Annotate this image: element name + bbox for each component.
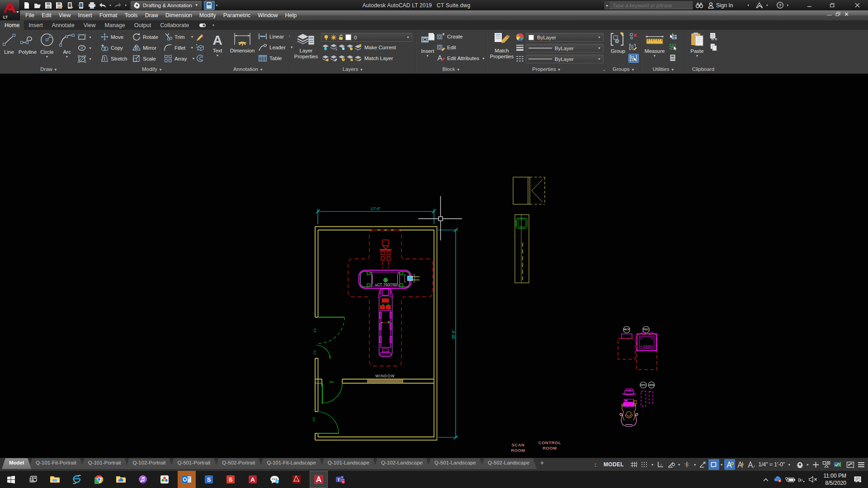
- ribbon-tab-collaborate[interactable]: Collaborate: [156, 20, 193, 30]
- panel-label-modify[interactable]: Modify ▼: [98, 66, 206, 72]
- layout-tab-q-502-landscape[interactable]: Q-502-Landscape: [481, 458, 537, 469]
- layer-unlock-all-tool[interactable]: [346, 55, 354, 61]
- menu-file[interactable]: File: [22, 11, 38, 20]
- maximize-button[interactable]: [825, 0, 839, 10]
- redo-dropdown[interactable]: ▾: [123, 0, 128, 10]
- create-block-tool[interactable]: Create: [437, 33, 463, 40]
- volume-muted-tray-icon[interactable]: [809, 476, 817, 483]
- sign-in[interactable]: Sign In: [707, 2, 734, 9]
- ortho-toggle[interactable]: [655, 459, 666, 470]
- autocad-lt-button[interactable]: [307, 471, 330, 488]
- layer-off-tool[interactable]: [346, 44, 354, 51]
- ribbon-minimize-caret[interactable]: ▾: [211, 23, 216, 27]
- ribbon-tab-view[interactable]: View: [79, 20, 100, 30]
- chat-button[interactable]: [264, 471, 286, 488]
- panel-label-block[interactable]: Block ▼: [416, 66, 486, 72]
- osnap-caret[interactable]: ▼: [719, 463, 724, 466]
- ribbon-tab-insert[interactable]: Insert: [24, 20, 47, 30]
- customization-menu-button[interactable]: [856, 459, 867, 470]
- polar-toggle[interactable]: [666, 459, 677, 470]
- group-tool[interactable]: Group: [608, 32, 628, 54]
- autodesk-app-caret[interactable]: ▾: [765, 4, 769, 7]
- new-layout-tab-button[interactable]: +: [534, 458, 546, 466]
- line-tool[interactable]: Line: [1, 33, 17, 55]
- status-overflow-icon[interactable]: ⌄⌄: [594, 462, 597, 467]
- layer-prev-tool[interactable]: [338, 55, 345, 61]
- help-icon[interactable]: ?: [774, 0, 785, 10]
- close-button[interactable]: [850, 0, 864, 10]
- search-expand-icon[interactable]: ▸: [604, 1, 610, 9]
- layer-walk-tool[interactable]: [322, 55, 329, 61]
- workspace-switcher[interactable]: Drafting & Annotation ▼: [131, 1, 202, 9]
- calculator-tool[interactable]: [669, 54, 676, 61]
- hatch-tool[interactable]: ▼: [78, 55, 92, 63]
- layout-tab-q-101-landscape[interactable]: Q-101-Landscape: [321, 458, 377, 469]
- ribbon-minimize-icon[interactable]: [199, 23, 209, 28]
- edit-block-tool[interactable]: Edit: [437, 44, 456, 51]
- isodraft-toggle[interactable]: [682, 459, 693, 470]
- wifi-tray-icon[interactable]: [798, 476, 806, 483]
- file-explorer-button[interactable]: [44, 471, 66, 488]
- layout-tab-q-501-portrait[interactable]: Q-501-Portrait: [170, 458, 217, 469]
- panel-label-groups[interactable]: Groups ▼: [607, 66, 641, 72]
- notification-center-icon[interactable]: [854, 476, 862, 483]
- ellipse-tool[interactable]: ▼: [78, 44, 92, 52]
- sign-in-caret[interactable]: ▾: [746, 4, 750, 7]
- menu-dimension[interactable]: Dimension: [162, 11, 196, 20]
- otrack-toggle[interactable]: [698, 459, 708, 470]
- array-tool[interactable]: Array▼: [164, 55, 195, 62]
- snagit-button[interactable]: S: [220, 471, 242, 488]
- panel-label-draw[interactable]: Draw ▼: [0, 66, 98, 72]
- workspace-gear-button[interactable]: [794, 459, 805, 470]
- layout-tab-q-101-fit-landscape[interactable]: Q-101-Fit-Landscape: [259, 458, 323, 469]
- layout-tab-q-101-fit-portrait[interactable]: Q-101-Fit-Portrait: [28, 458, 83, 469]
- match-properties-tool[interactable]: Match Properties: [488, 32, 515, 60]
- group-edit-tool[interactable]: [629, 43, 637, 51]
- search-input[interactable]: [610, 1, 693, 9]
- layer-freeze-tool[interactable]: [330, 44, 337, 51]
- panel-label-clipboard[interactable]: Clipboard: [686, 66, 720, 72]
- arc-tool[interactable]: Arc▼: [58, 33, 76, 59]
- offset-tool[interactable]: [196, 55, 204, 62]
- open-file-button[interactable]: [32, 0, 43, 10]
- lineweight-dropdown[interactable]: ByLayer ▼: [526, 44, 604, 52]
- panel-label-utilities[interactable]: Utilities ▼: [641, 66, 686, 72]
- taskbar-clock[interactable]: 11:00 PM8/5/2020: [822, 472, 846, 487]
- layer-properties-tool[interactable]: Layer Properties: [292, 32, 320, 60]
- menu-format[interactable]: Format: [96, 11, 121, 20]
- properties-dialog-launcher[interactable]: ⌟: [603, 67, 605, 71]
- layer-lock-tool[interactable]: [338, 44, 345, 51]
- panel-label-layers[interactable]: Layers ▼: [290, 66, 415, 72]
- ribbon-tab-annotate[interactable]: Annotate: [47, 20, 79, 30]
- word-s-button[interactable]: S: [198, 471, 220, 488]
- osnap-toggle[interactable]: [708, 459, 719, 470]
- internet-explorer-button[interactable]: [66, 471, 88, 488]
- redo-button[interactable]: [113, 0, 123, 10]
- annotation-scale-value[interactable]: 1/4" = 1'-0": [757, 461, 787, 468]
- ribbon-tab-home[interactable]: Home: [0, 20, 24, 30]
- start-button[interactable]: [0, 471, 22, 488]
- doc-minimize-icon[interactable]: —: [827, 12, 832, 17]
- trim-tool[interactable]: Trim▼: [164, 33, 194, 41]
- itunes-button[interactable]: [132, 471, 154, 488]
- rotate-tool[interactable]: Rotate: [132, 33, 158, 41]
- plot-button[interactable]: [86, 0, 97, 10]
- polar-caret[interactable]: ▼: [677, 463, 682, 466]
- quick-select-tool[interactable]: [669, 33, 677, 40]
- menu-edit[interactable]: Edit: [38, 11, 55, 20]
- copy-tool[interactable]: Copy: [101, 44, 123, 52]
- qat-customize-button[interactable]: [204, 1, 215, 10]
- explode-tool[interactable]: [196, 44, 204, 52]
- scale-tool[interactable]: Scale: [132, 55, 156, 62]
- help-caret[interactable]: ▾: [785, 4, 790, 7]
- fillet-tool[interactable]: Fillet▼: [164, 44, 193, 52]
- group-selection-toggle[interactable]: [628, 54, 639, 63]
- menu-view[interactable]: View: [55, 11, 75, 20]
- search-binoculars-icon[interactable]: [694, 0, 705, 10]
- menu-window[interactable]: Window: [254, 11, 281, 20]
- leader-tool[interactable]: Leader▼: [258, 44, 293, 51]
- polyline-tool[interactable]: Polyline: [18, 33, 37, 55]
- ribbon-tab-output[interactable]: Output: [130, 20, 156, 30]
- text-tool[interactable]: A Text▼: [209, 32, 226, 57]
- grid-toggle[interactable]: [628, 459, 639, 470]
